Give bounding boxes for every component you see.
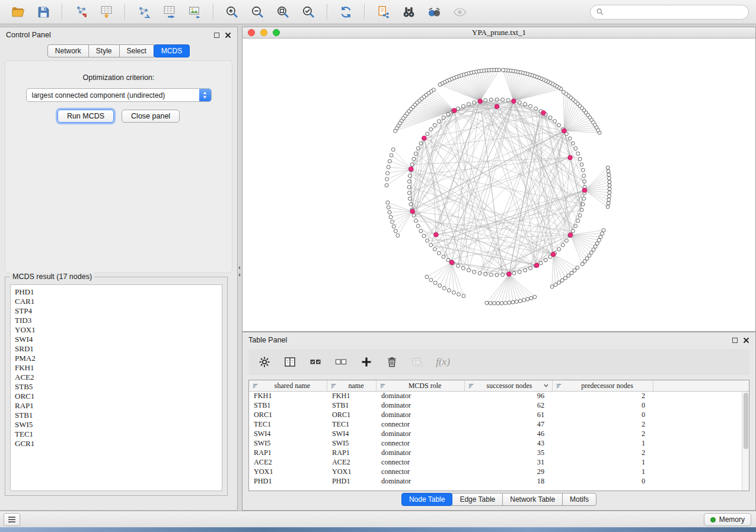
table-cell[interactable]: 62 (465, 401, 553, 411)
table-cell[interactable]: YOX1 (249, 467, 327, 477)
tab-motifs[interactable]: Motifs (562, 493, 596, 506)
table-cell[interactable]: ACE2 (249, 458, 327, 467)
table-cell[interactable]: 96 (465, 392, 553, 401)
table-scrollbar[interactable] (742, 392, 749, 491)
table-cell[interactable]: SWI4 (249, 430, 327, 439)
export-table-button[interactable] (158, 2, 180, 21)
table-cell[interactable]: 2 (553, 448, 653, 458)
panel-menu-button[interactable] (4, 513, 20, 526)
table-cell[interactable]: 43 (465, 439, 553, 448)
table-row[interactable]: YOX1YOX1connector291 (249, 467, 742, 477)
table-cell[interactable]: STB1 (249, 401, 327, 411)
table-cell[interactable]: FKH1 (327, 392, 377, 401)
mcds-result-item[interactable]: STB5 (15, 382, 222, 392)
find-button[interactable] (398, 2, 419, 21)
table-cell[interactable]: TEC1 (327, 420, 377, 430)
table-cell[interactable]: connector (377, 467, 465, 477)
table-row[interactable]: ORC1ORC1dominator610 (249, 411, 742, 420)
network-graph[interactable] (243, 39, 755, 332)
table-cell[interactable]: ACE2 (327, 458, 377, 467)
table-cell[interactable]: connector (377, 420, 465, 430)
save-session-button[interactable] (33, 2, 54, 21)
column-header-MCDS-role[interactable]: MCDS role (377, 380, 465, 391)
table-cell[interactable]: dominator (377, 411, 465, 420)
zoom-in-button[interactable] (221, 2, 243, 21)
memory-button[interactable]: Memory (704, 513, 751, 526)
scrollbar-thumb[interactable] (744, 393, 748, 449)
column-header-predecessor-nodes[interactable]: predecessor nodes (553, 380, 653, 391)
close-panel-button[interactable]: Close panel (122, 110, 180, 123)
mcds-result-item[interactable]: SWI4 (15, 335, 222, 344)
export-network-button[interactable] (133, 2, 154, 21)
table-row[interactable]: FKH1FKH1dominator962 (249, 392, 742, 401)
table-cell[interactable]: 1 (553, 439, 653, 448)
mcds-result-item[interactable]: CAR1 (15, 297, 222, 306)
table-cell[interactable]: dominator (377, 401, 465, 411)
split-columns-button[interactable] (281, 353, 299, 371)
float-window-button[interactable] (214, 33, 219, 38)
table-cell[interactable]: RAP1 (249, 448, 327, 458)
table-cell[interactable]: 18 (465, 477, 553, 486)
mcds-result-item[interactable]: FKH1 (15, 363, 222, 373)
panel-splitter[interactable] (238, 27, 242, 511)
table-cell[interactable]: YOX1 (327, 467, 377, 477)
tab-style[interactable]: Style (88, 44, 120, 57)
table-cell[interactable]: 31 (465, 458, 553, 467)
tab-node-table[interactable]: Node Table (401, 493, 453, 506)
splitter-collapse-right-icon[interactable] (239, 273, 241, 277)
settings-button[interactable] (256, 353, 273, 371)
table-cell[interactable]: 2 (553, 392, 653, 401)
table-cell[interactable]: dominator (377, 477, 465, 486)
table-cell[interactable]: dominator (377, 448, 465, 458)
tab-network-table[interactable]: Network Table (502, 493, 563, 506)
table-cell[interactable]: 35 (465, 448, 553, 458)
table-cell[interactable]: STB1 (327, 401, 377, 411)
table-cell[interactable]: 2 (553, 420, 653, 430)
column-header-name[interactable]: name (327, 380, 377, 391)
splitter-collapse-left-icon[interactable] (238, 266, 240, 270)
table-cell[interactable]: ORC1 (249, 411, 327, 420)
table-cell[interactable]: 1 (553, 467, 653, 477)
mcds-result-item[interactable]: STP4 (15, 306, 222, 316)
mcds-result-item[interactable]: PHD1 (15, 287, 222, 297)
table-row[interactable]: TEC1TEC1connector472 (249, 420, 742, 430)
mcds-result-item[interactable]: ACE2 (15, 373, 222, 382)
add-row-button[interactable] (358, 353, 375, 371)
mcds-result-item[interactable]: SWI5 (15, 420, 222, 430)
table-cell[interactable]: 0 (553, 477, 653, 486)
zoom-selected-button[interactable] (298, 2, 319, 21)
optimization-criterion-select[interactable]: largest connected component (undirected) (26, 88, 212, 102)
hide-columns-button[interactable] (409, 353, 426, 371)
table-cell[interactable]: SWI5 (249, 439, 327, 448)
import-network-button[interactable] (70, 2, 91, 21)
table-cell[interactable]: dominator (377, 430, 465, 439)
table-cell[interactable]: connector (377, 458, 465, 467)
table-cell[interactable]: connector (377, 439, 465, 448)
preview-button[interactable] (449, 2, 470, 21)
table-row[interactable]: PHD1PHD1dominator180 (249, 477, 742, 486)
table-cell[interactable]: 0 (553, 401, 653, 411)
column-header-successor-nodes[interactable]: successor nodes (465, 380, 553, 391)
close-table-panel-button[interactable] (743, 337, 749, 344)
search-input[interactable] (607, 8, 743, 16)
mcds-result-item[interactable]: YOX1 (15, 325, 222, 335)
table-row[interactable]: SWI5SWI5connector431 (249, 439, 742, 448)
table-cell[interactable]: SWI5 (327, 439, 377, 448)
table-cell[interactable]: 0 (553, 411, 653, 420)
table-row[interactable]: ACE2ACE2connector311 (249, 458, 742, 467)
table-cell[interactable]: RAP1 (327, 448, 377, 458)
table-cell[interactable]: FKH1 (249, 392, 327, 401)
mcds-result-item[interactable]: PMA2 (15, 354, 222, 363)
select-all-button[interactable] (307, 353, 324, 371)
table-cell[interactable]: PHD1 (249, 477, 327, 486)
table-cell[interactable]: ORC1 (327, 411, 377, 420)
mcds-result-item[interactable]: RAP1 (15, 401, 222, 411)
unselect-all-button[interactable] (332, 353, 350, 371)
table-cell[interactable]: dominator (377, 392, 465, 401)
table-cell[interactable]: TEC1 (249, 420, 327, 430)
mcds-result-item[interactable]: TEC1 (15, 430, 222, 439)
zoom-fit-button[interactable] (272, 2, 294, 21)
tab-select[interactable]: Select (119, 44, 154, 57)
refresh-layout-button[interactable] (335, 2, 356, 21)
mcds-result-item[interactable]: SRD1 (15, 344, 222, 354)
